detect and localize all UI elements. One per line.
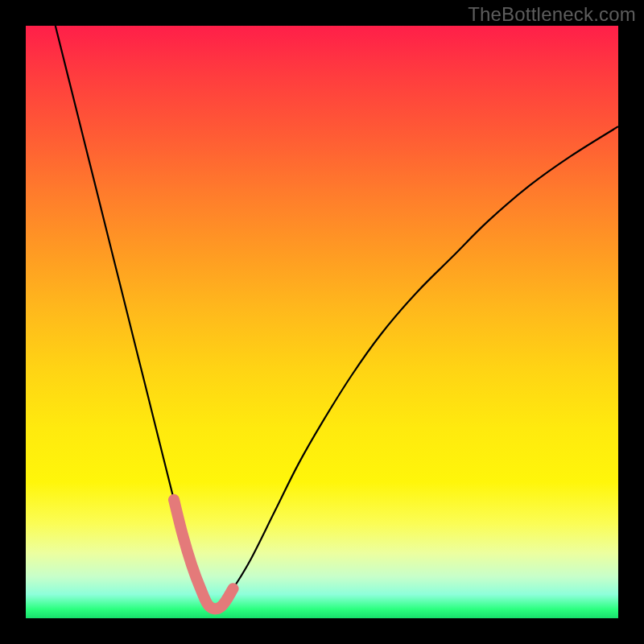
plot-area bbox=[26, 26, 618, 618]
chart-svg bbox=[26, 26, 618, 618]
watermark-text: TheBottleneck.com bbox=[468, 3, 636, 26]
series-highlight-segment bbox=[174, 500, 233, 609]
series-bottleneck-curve bbox=[56, 26, 618, 609]
chart-frame: TheBottleneck.com bbox=[0, 0, 644, 644]
